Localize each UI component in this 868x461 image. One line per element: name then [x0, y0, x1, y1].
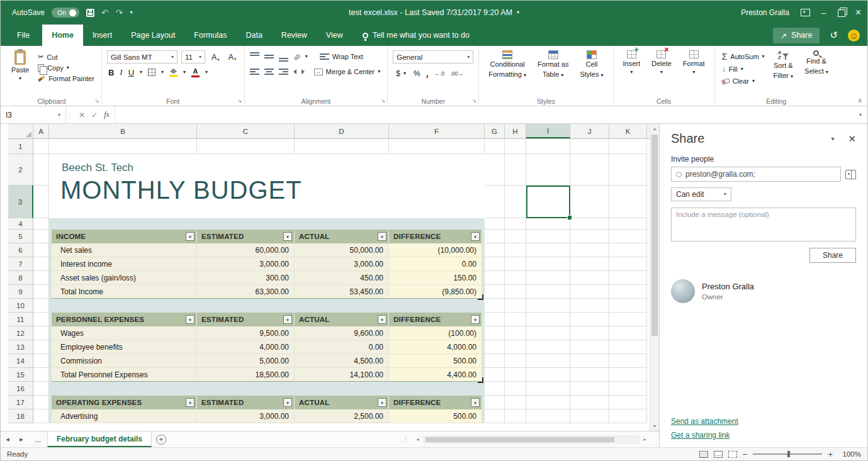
align-bottom-icon[interactable]	[279, 52, 288, 62]
normal-view-icon[interactable]	[699, 451, 708, 458]
tab-view[interactable]: View	[317, 25, 352, 46]
tabbar-resize-handle[interactable]: ⋮	[398, 431, 413, 447]
row-label-cell[interactable]: Employee benefits	[52, 340, 197, 354]
formula-bar-handle[interactable]: ⋮	[66, 106, 74, 123]
clear-button[interactable]: Clear▾	[720, 76, 767, 86]
address-book-button[interactable]	[845, 170, 856, 179]
close-button[interactable]: ×	[855, 8, 861, 18]
difference-header-cell[interactable]: DIFFERENCE▾	[389, 396, 482, 409]
row-label-cell[interactable]: Advertising	[52, 409, 197, 423]
column-header-H[interactable]: H	[505, 124, 526, 138]
sheet-tab-february-budget-details[interactable]: February budget details	[47, 431, 152, 447]
difference-cell[interactable]: (100.00)	[389, 326, 482, 340]
estimated-header-cell[interactable]: ESTIMATED▾	[197, 313, 295, 326]
filter-button[interactable]: ▾	[186, 315, 194, 324]
wrap-text-button[interactable]: Wrap Text	[318, 52, 365, 62]
filter-button[interactable]: ▾	[186, 232, 194, 241]
zoom-slider[interactable]	[753, 453, 822, 455]
column-header-D[interactable]: D	[295, 124, 389, 138]
filter-button[interactable]: ▾	[471, 232, 480, 241]
font-color-button[interactable]: A	[191, 68, 200, 77]
comma-style-button[interactable]: ,	[426, 69, 429, 79]
find-select-button[interactable]: Find & Select ▾	[800, 49, 833, 77]
filter-button[interactable]: ▾	[471, 398, 480, 407]
invite-email-input[interactable]: preston@gralla.com;	[671, 167, 841, 182]
insert-function-icon[interactable]: fx	[104, 110, 110, 119]
difference-cell[interactable]: (10,000.00)	[389, 243, 482, 257]
save-icon[interactable]	[86, 9, 94, 17]
column-header-A[interactable]: A	[33, 124, 49, 138]
row-label-cell[interactable]: Commission	[52, 354, 197, 368]
difference-cell[interactable]: 0.00	[389, 257, 482, 271]
tab-review[interactable]: Review	[272, 25, 317, 46]
borders-caret-icon[interactable]: ▾	[161, 70, 164, 75]
actual-header-cell[interactable]: ACTUAL▾	[295, 313, 389, 326]
undo-icon[interactable]: ↶	[101, 8, 109, 17]
font-size-combo[interactable]: 11▾	[181, 50, 205, 64]
filter-button[interactable]: ▾	[283, 232, 292, 241]
filter-button[interactable]: ▾	[283, 315, 292, 324]
align-left-icon[interactable]	[250, 69, 259, 75]
minimize-button[interactable]: –	[821, 8, 826, 17]
tab-insert[interactable]: Insert	[83, 25, 121, 46]
row-label-cell[interactable]: Total Income	[52, 285, 197, 299]
share-button[interactable]: ↗Share	[773, 28, 820, 43]
align-right-icon[interactable]	[279, 69, 288, 75]
column-header-B[interactable]: B	[49, 124, 197, 138]
horizontal-scrollbar[interactable]: ◂ ▸	[413, 431, 650, 447]
restore-button[interactable]	[838, 9, 844, 16]
page-layout-view-icon[interactable]	[714, 451, 723, 458]
actual-cell[interactable]: 4,500.00	[295, 354, 389, 368]
row-label-cell[interactable]: Interest income	[52, 257, 197, 271]
scroll-up-icon[interactable]: ▴	[650, 124, 659, 133]
row-label-cell[interactable]: Net sales	[52, 243, 197, 257]
orientation-caret-icon[interactable]: ▾	[305, 54, 308, 59]
actual-cell[interactable]: 50,000.00	[295, 243, 389, 257]
insert-cells-button[interactable]: Insert ▾	[619, 49, 645, 76]
bold-button[interactable]: B	[108, 68, 114, 77]
history-icon[interactable]: ↺	[830, 30, 838, 41]
font-dialog-launcher[interactable]: ↘	[237, 97, 242, 104]
autosum-button[interactable]: ΣAutoSum▾	[720, 51, 767, 62]
get-sharing-link[interactable]: Get a sharing link	[671, 431, 856, 440]
row-label-cell[interactable]: Asset sales (gain/loss)	[52, 271, 197, 285]
share-pane-menu-caret-icon[interactable]: ▾	[831, 135, 834, 142]
difference-cell[interactable]: 4,400.00	[389, 368, 482, 382]
estimated-cell[interactable]: 3,000.00	[197, 257, 295, 271]
expand-formula-bar-icon[interactable]: ▾	[854, 106, 867, 123]
cut-button[interactable]: ✂Cut	[36, 52, 96, 62]
conditional-formatting-button[interactable]: Conditional Formatting ▾	[484, 49, 531, 81]
income-header-cell[interactable]: INCOME▾	[52, 230, 197, 243]
clipboard-dialog-launcher[interactable]: ↘	[94, 97, 99, 104]
filter-button[interactable]: ▾	[378, 398, 386, 407]
horizontal-scroll-thumb[interactable]	[426, 437, 614, 442]
share-submit-button[interactable]: Share	[809, 248, 856, 263]
estimated-cell[interactable]: 3,000.00	[197, 409, 295, 423]
font-color-caret-icon[interactable]: ▾	[205, 70, 208, 75]
fill-color-caret-icon[interactable]: ▾	[183, 70, 186, 75]
copy-button[interactable]: Copy▾	[36, 63, 96, 73]
percent-style-button[interactable]: %	[414, 69, 420, 78]
confirm-entry-icon[interactable]: ✓	[91, 111, 98, 119]
estimated-cell[interactable]: 18,500.00	[197, 368, 295, 382]
shrink-font-button[interactable]: A▾	[226, 52, 239, 62]
estimated-cell[interactable]: 5,000.00	[197, 354, 295, 368]
tab-page-layout[interactable]: Page Layout	[121, 25, 184, 46]
align-middle-icon[interactable]	[264, 52, 274, 62]
ribbon-display-options-icon[interactable]	[801, 9, 810, 16]
zoom-out-icon[interactable]: −	[743, 450, 748, 459]
actual-cell[interactable]: 3,000.00	[295, 257, 389, 271]
autosave-toggle[interactable]: On	[52, 8, 79, 18]
zoom-slider-thumb[interactable]	[787, 451, 790, 457]
feedback-smiley-icon[interactable]: ☺	[848, 30, 860, 42]
sort-filter-button[interactable]: AZ Sort & Filter ▾	[769, 49, 798, 81]
decrease-indent-icon[interactable]	[293, 69, 296, 74]
send-as-attachment-link[interactable]: Send as attachment	[671, 417, 856, 426]
row-label-cell[interactable]: Total Personnel Expenses	[52, 368, 197, 382]
increase-indent-icon[interactable]	[302, 69, 305, 74]
difference-cell[interactable]: 500.00	[389, 354, 482, 368]
vertical-scrollbar[interactable]: ▴ ▾	[650, 124, 659, 431]
paste-button[interactable]: Paste ▾	[7, 49, 33, 82]
estimated-cell[interactable]: 4,000.00	[197, 340, 295, 354]
difference-header-cell[interactable]: DIFFERENCE▾	[389, 313, 482, 326]
